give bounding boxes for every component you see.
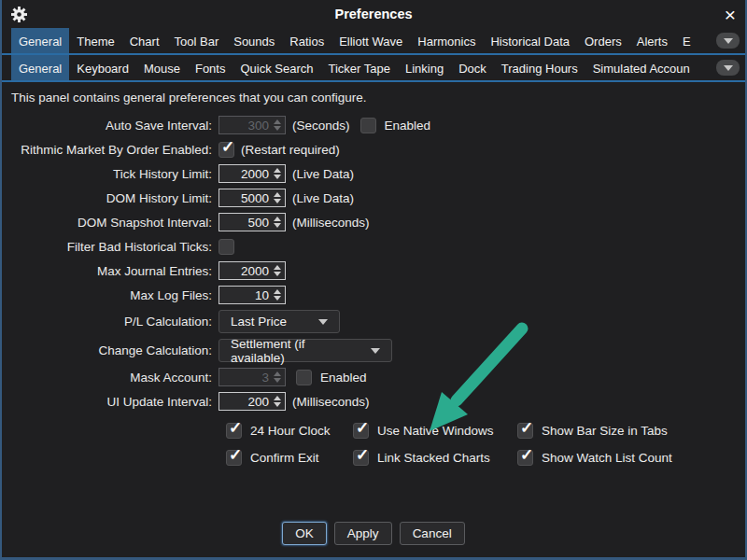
dialog-title: Preferences xyxy=(2,7,745,21)
field-label: DOM Snapshot Interval: xyxy=(2,216,218,230)
field-label: DOM History Limit: xyxy=(2,191,218,205)
spinner-arrows-icon[interactable] xyxy=(274,289,281,301)
chevron-down-icon xyxy=(724,38,733,44)
rithmic-market-by-order-row: Rithmic Market By Order Enabled: ✓ (Rest… xyxy=(2,137,745,161)
unit-label: (Live Data) xyxy=(292,167,354,181)
subtab-mouse[interactable]: Mouse xyxy=(136,55,188,80)
mask-account-row: Mask Account: 3 Enabled xyxy=(2,365,745,389)
check-icon: ✓ xyxy=(520,445,533,465)
checkbox[interactable]: ✓ xyxy=(226,450,242,466)
unit-label: (Live Data) xyxy=(292,191,354,205)
ok-button[interactable]: OK xyxy=(282,522,327,545)
checkbox[interactable]: ✓ xyxy=(517,423,533,439)
spinner-arrows-icon[interactable] xyxy=(274,396,281,407)
option-24-hour-clock[interactable]: ✓ 24 Hour Clock xyxy=(226,423,353,439)
spin-down-icon xyxy=(274,199,281,203)
option-use-native-windows[interactable]: ✓ Use Native Windows xyxy=(353,423,517,439)
subtab-dock[interactable]: Dock xyxy=(451,55,494,80)
field-label: P/L Calculation: xyxy=(2,315,218,329)
mask-account-enabled-checkbox[interactable] xyxy=(296,370,312,385)
subtab-trading-hours[interactable]: Trading Hours xyxy=(494,55,585,80)
dropdown-value: Settlement (if available) xyxy=(231,337,354,365)
field-label: Max Log Files: xyxy=(2,288,218,302)
spinner-value: 5000 xyxy=(223,191,269,205)
checkbox[interactable]: ✓ xyxy=(517,450,533,466)
checkbox[interactable]: ✓ xyxy=(353,450,369,466)
max-journal-entries-spinner[interactable]: 2000 xyxy=(218,261,286,280)
option-confirm-exit[interactable]: ✓ Confirm Exit xyxy=(226,450,353,466)
check-icon: ✓ xyxy=(221,137,234,157)
spinner-value: 500 xyxy=(223,216,269,230)
spinner-arrows-icon[interactable] xyxy=(274,371,281,383)
spinner-arrows-icon[interactable] xyxy=(274,119,281,131)
option-show-bar-size-in-tabs[interactable]: ✓ Show Bar Size in Tabs xyxy=(517,423,745,439)
option-label: Confirm Exit xyxy=(250,451,319,465)
check-icon: ✓ xyxy=(356,418,369,438)
tab-truncated[interactable]: E xyxy=(675,28,698,53)
subtab-general[interactable]: General xyxy=(11,55,69,80)
tab-overflow-button[interactable] xyxy=(716,33,740,49)
max-log-files-spinner[interactable]: 10 xyxy=(218,286,286,304)
option-link-stacked-charts[interactable]: ✓ Link Stacked Charts xyxy=(353,450,517,466)
spinner-arrows-icon[interactable] xyxy=(274,217,281,228)
subtab-simulated-accounts[interactable]: Simulated Accoun xyxy=(585,55,698,80)
auto-save-enabled-checkbox[interactable] xyxy=(360,118,376,133)
tab-sounds[interactable]: Sounds xyxy=(226,28,282,53)
spin-down-icon xyxy=(274,126,281,131)
gear-icon xyxy=(11,7,27,22)
spin-up-icon xyxy=(274,217,281,221)
tab-general[interactable]: General xyxy=(11,28,69,53)
tab-elliott-wave[interactable]: Elliott Wave xyxy=(331,28,410,53)
option-label: Link Stacked Charts xyxy=(377,451,490,465)
unit-label: (Milliseconds) xyxy=(292,216,370,230)
subtab-quick-search[interactable]: Quick Search xyxy=(233,55,320,80)
option-label: Show Watch List Count xyxy=(542,451,672,465)
filter-bad-ticks-row: Filter Bad Historical Ticks: xyxy=(2,234,745,259)
subtab-overflow-button[interactable] xyxy=(716,60,740,76)
subtab-keyboard[interactable]: Keyboard xyxy=(69,55,136,80)
mask-account-spinner[interactable]: 3 xyxy=(218,368,286,386)
option-show-watch-list-count[interactable]: ✓ Show Watch List Count xyxy=(517,450,745,466)
tab-historical-data[interactable]: Historical Data xyxy=(483,28,577,53)
checkbox[interactable]: ✓ xyxy=(226,423,242,439)
dom-snapshot-interval-spinner[interactable]: 500 xyxy=(218,213,286,231)
tick-history-limit-row: Tick History Limit: 2000 (Live Data) xyxy=(2,161,745,186)
spinner-arrows-icon[interactable] xyxy=(274,168,281,179)
auto-save-interval-spinner[interactable]: 300 xyxy=(218,116,286,134)
max-journal-entries-row: Max Journal Entries: 2000 xyxy=(2,259,745,283)
tab-ratios[interactable]: Ratios xyxy=(282,28,331,53)
dom-history-limit-spinner[interactable]: 5000 xyxy=(218,189,286,207)
tick-history-limit-spinner[interactable]: 2000 xyxy=(218,164,286,183)
tab-alerts[interactable]: Alerts xyxy=(629,28,675,53)
subtab-ticker-tape[interactable]: Ticker Tape xyxy=(321,55,398,80)
chevron-down-icon xyxy=(724,65,733,71)
unit-label: (Milliseconds) xyxy=(292,395,370,409)
panel-description: This panel contains general preferences … xyxy=(11,91,745,105)
tab-orders[interactable]: Orders xyxy=(577,28,629,53)
change-calculation-dropdown[interactable]: Settlement (if available) xyxy=(218,339,392,362)
rithmic-enabled-checkbox[interactable]: ✓ xyxy=(218,142,234,158)
checkbox[interactable]: ✓ xyxy=(353,423,369,439)
close-icon[interactable]: × xyxy=(725,5,736,24)
unit-label: (Seconds) xyxy=(292,119,350,133)
change-calculation-row: Change Calculation: Settlement (if avail… xyxy=(2,336,745,365)
ui-update-interval-spinner[interactable]: 200 xyxy=(218,392,286,411)
primary-tab-strip: General Theme Chart Tool Bar Sounds Rati… xyxy=(2,28,745,55)
tab-theme[interactable]: Theme xyxy=(69,28,121,53)
spinner-value: 2000 xyxy=(223,167,269,181)
restart-required-label: (Restart required) xyxy=(241,143,340,157)
tab-chart[interactable]: Chart xyxy=(122,28,167,53)
chevron-down-icon xyxy=(318,319,328,325)
apply-button[interactable]: Apply xyxy=(334,522,392,545)
subtab-linking[interactable]: Linking xyxy=(398,55,451,80)
spin-down-icon xyxy=(274,402,281,407)
tab-tool-bar[interactable]: Tool Bar xyxy=(167,28,227,53)
spinner-arrows-icon[interactable] xyxy=(274,192,281,203)
ui-update-interval-row: UI Update Interval: 200 (Milliseconds) xyxy=(2,389,745,413)
pl-calculation-dropdown[interactable]: Last Price xyxy=(218,310,340,333)
tab-harmonics[interactable]: Harmonics xyxy=(410,28,483,53)
cancel-button[interactable]: Cancel xyxy=(400,522,465,545)
subtab-fonts[interactable]: Fonts xyxy=(188,55,233,80)
filter-bad-ticks-checkbox[interactable] xyxy=(218,239,234,255)
spinner-arrows-icon[interactable] xyxy=(274,265,281,276)
